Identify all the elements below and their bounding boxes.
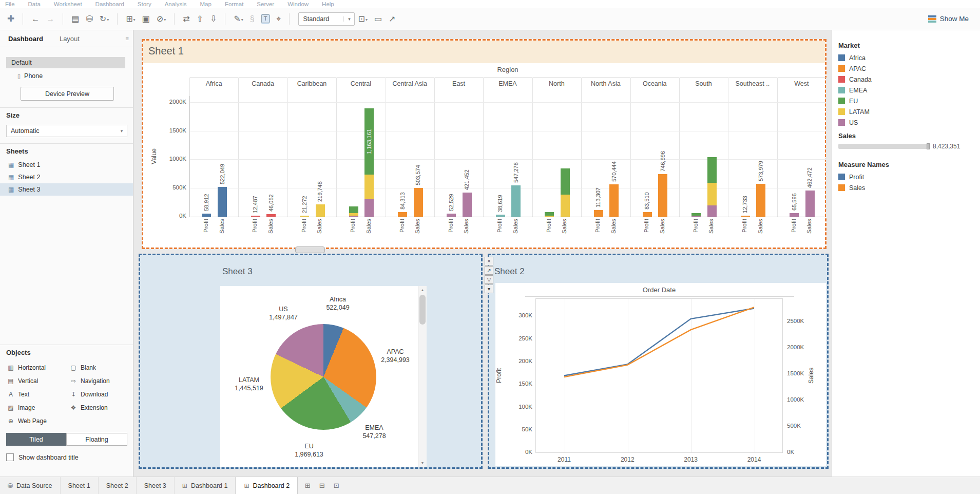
- new-worksheet-tab-button[interactable]: ⊞: [301, 482, 314, 489]
- bar-sales-segment[interactable]: [707, 183, 717, 205]
- zone-sheet2[interactable]: Sheet 2 Order Date20112012201320140K50K1…: [488, 254, 829, 469]
- chevron-down-icon[interactable]: ▾: [164, 18, 166, 23]
- clear-sheet-button[interactable]: ⊘▾: [157, 15, 166, 23]
- menu-window[interactable]: Window: [287, 1, 309, 7]
- pane-menu-icon[interactable]: ≡: [126, 35, 133, 42]
- menu-server[interactable]: Server: [257, 1, 274, 7]
- sort-descending-button[interactable]: ⇩: [210, 15, 217, 23]
- measure-item-sales[interactable]: Sales: [838, 182, 889, 193]
- swap-axes-button[interactable]: ⇄: [183, 15, 189, 23]
- bar-profit-segment[interactable]: [691, 213, 701, 216]
- tab-data-source[interactable]: ⛁Data Source: [0, 477, 61, 494]
- bar-profit-segment[interactable]: [594, 210, 603, 217]
- menu-file[interactable]: File: [5, 1, 15, 7]
- use-as-filter-button[interactable]: ▽: [485, 275, 493, 284]
- fix-axes-button[interactable]: ⌖: [276, 15, 281, 23]
- sort-ascending-button[interactable]: ⇧: [197, 15, 203, 23]
- fit-selector-button[interactable]: ⊡▾: [358, 15, 367, 23]
- tab-dashboard-pane[interactable]: Dashboard: [0, 30, 51, 47]
- pie-chart[interactable]: [271, 324, 376, 430]
- chevron-down-icon[interactable]: ▾: [117, 128, 127, 134]
- new-dashboard-tab-button[interactable]: ⊟: [315, 482, 329, 489]
- menu-map[interactable]: Map: [200, 1, 212, 7]
- bar-profit-segment[interactable]: [251, 216, 260, 217]
- scrollbar-thumb[interactable]: [419, 295, 426, 325]
- bar-sales-segment[interactable]: [756, 184, 765, 217]
- bar-profit-segment[interactable]: [545, 212, 554, 216]
- zone-more-options-button[interactable]: ▾: [485, 284, 493, 293]
- menu-story[interactable]: Story: [138, 1, 151, 7]
- bar-sales-segment[interactable]: [364, 199, 374, 217]
- bar-sales-segment[interactable]: [658, 174, 667, 217]
- new-worksheet-button[interactable]: ⊞▾: [126, 15, 135, 23]
- bar-profit-segment[interactable]: [349, 206, 358, 213]
- presentation-mode-button[interactable]: ▭: [374, 15, 382, 23]
- zone-sheet1[interactable]: Sheet 1 RegionAfricaCanadaCaribbeanCentr…: [142, 39, 827, 249]
- bar-profit-segment[interactable]: [496, 215, 505, 217]
- format-painter-button[interactable]: §: [250, 15, 255, 23]
- bar-sales-segment[interactable]: [414, 188, 423, 217]
- legend-item-canada[interactable]: Canada: [838, 74, 872, 85]
- object-vertical[interactable]: ▤Vertical: [5, 374, 68, 388]
- menu-worksheet[interactable]: Worksheet: [54, 1, 82, 7]
- floating-button[interactable]: Floating: [66, 433, 127, 446]
- object-horizontal[interactable]: ▥Horizontal: [5, 361, 68, 374]
- object-extension[interactable]: ❖Extension: [68, 401, 130, 414]
- device-default-row[interactable]: Default: [6, 57, 125, 68]
- bar-sales-segment[interactable]: [707, 205, 717, 217]
- bar-profit-segment[interactable]: [545, 216, 554, 217]
- new-story-tab-button[interactable]: ⊡: [330, 482, 343, 489]
- tiled-button[interactable]: Tiled: [6, 433, 66, 446]
- bar-sales-segment[interactable]: [561, 168, 570, 195]
- legend-item-latam[interactable]: LATAM: [838, 106, 872, 117]
- object-blank[interactable]: ▢Blank: [68, 361, 130, 374]
- show-me-button[interactable]: Show Me: [924, 13, 973, 25]
- highlight-button[interactable]: ✎▾: [234, 15, 243, 23]
- bar-sales-segment[interactable]: [364, 175, 374, 199]
- bar-profit-segment[interactable]: [741, 216, 750, 217]
- chevron-down-icon[interactable]: ▾: [107, 18, 109, 23]
- redo-button[interactable]: →: [46, 15, 54, 23]
- legend-item-emea[interactable]: EMEA: [838, 85, 872, 96]
- sidebar-sheet-1[interactable]: ▦Sheet 1: [0, 159, 133, 171]
- tab-dashboard-1[interactable]: ⊞Dashboard 1: [175, 477, 236, 494]
- bar-sales-segment[interactable]: [707, 157, 717, 183]
- legend-item-eu[interactable]: EU: [838, 96, 872, 106]
- legend-item-africa[interactable]: Africa: [838, 52, 872, 63]
- object-navigation[interactable]: ⇨Navigation: [68, 374, 130, 388]
- bar-profit-segment[interactable]: [790, 213, 799, 217]
- remove-zone-button[interactable]: ×: [485, 257, 493, 265]
- device-phone-row[interactable]: ▯ Phone: [6, 70, 125, 82]
- view-mode-select[interactable]: Standard ▾: [298, 12, 355, 26]
- tab-dashboard-2[interactable]: ⊞Dashboard 2: [236, 477, 298, 494]
- legend-item-apac[interactable]: APAC: [838, 63, 872, 74]
- menu-format[interactable]: Format: [225, 1, 243, 7]
- tab-sheet-1[interactable]: Sheet 1: [61, 477, 99, 494]
- bar-profit-segment[interactable]: [691, 216, 701, 217]
- menu-help[interactable]: Help: [322, 1, 334, 7]
- slider-handle[interactable]: [927, 143, 930, 149]
- legend-item-us[interactable]: US: [838, 117, 872, 128]
- undo-button[interactable]: ←: [31, 15, 40, 23]
- bar-sales-segment[interactable]: [218, 187, 227, 217]
- bar-profit-segment[interactable]: [398, 212, 407, 217]
- object-web-page[interactable]: ⊕Web Page: [5, 414, 68, 428]
- object-text[interactable]: AText: [5, 388, 68, 401]
- save-button[interactable]: ▤: [71, 15, 79, 23]
- size-select[interactable]: Automatic ▾: [6, 125, 127, 137]
- tab-sheet-3[interactable]: Sheet 3: [137, 477, 175, 494]
- measure-item-profit[interactable]: Profit: [838, 172, 889, 182]
- tab-layout-pane[interactable]: Layout: [51, 30, 88, 47]
- device-preview-button[interactable]: Device Preview: [21, 87, 114, 101]
- tableau-logo-icon[interactable]: ✚: [7, 14, 14, 23]
- zone-sheet3[interactable]: Sheet 3 ▲ ▼ Africa522,049APAC2,394,993EM…: [139, 254, 483, 469]
- bar-profit-segment[interactable]: [202, 214, 211, 217]
- sidebar-sheet-3[interactable]: ▦Sheet 3: [0, 183, 133, 196]
- sheet3-scrollbar[interactable]: ▲ ▼: [418, 286, 427, 467]
- scroll-up-icon[interactable]: ▲: [418, 286, 427, 294]
- chevron-down-icon[interactable]: ▾: [133, 18, 136, 23]
- show-mark-labels-button[interactable]: T: [261, 14, 270, 23]
- share-button[interactable]: ↗: [389, 15, 395, 23]
- bar-profit-segment[interactable]: [447, 214, 456, 217]
- chevron-down-icon[interactable]: ▾: [366, 18, 368, 23]
